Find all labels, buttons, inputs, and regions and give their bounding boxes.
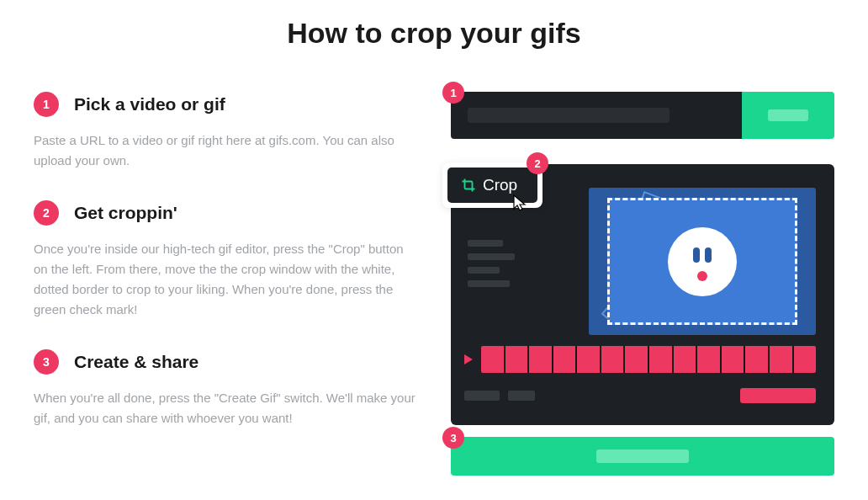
page-title: How to crop your gifs [34, 17, 834, 50]
step-description: When you're all done, press the "Create … [34, 388, 417, 428]
url-bar-illustration: 1 [451, 92, 834, 139]
url-input-mock [451, 92, 742, 139]
step-3: 3 Create & share When you're all done, p… [34, 349, 417, 428]
step-number-badge: 1 [34, 92, 59, 117]
crop-tooltip: 2 Crop [442, 162, 542, 208]
step-description: Once you're inside our high-tech gif edi… [34, 239, 417, 320]
sidebar-item-mock [468, 253, 515, 260]
face-eye [693, 247, 700, 263]
step-number-badge: 3 [34, 349, 59, 375]
step-description: Paste a URL to a video or gif right here… [34, 130, 417, 171]
share-button-label-mock [596, 449, 689, 463]
illustration-badge-3: 3 [442, 427, 464, 449]
editor-illustration: 2 Crop [451, 164, 834, 425]
content-row: 1 Pick a video or gif Paste a URL to a v… [34, 92, 834, 476]
step-title: Create & share [74, 352, 198, 372]
bottom-bar-action-mock [740, 388, 816, 403]
step-title: Pick a video or gif [74, 94, 225, 114]
face-eye [705, 247, 712, 263]
illustration-badge-2: 2 [527, 152, 548, 174]
step-header: 1 Pick a video or gif [34, 92, 417, 117]
step-2: 2 Get croppin' Once you're inside our hi… [34, 200, 417, 320]
cursor-icon [512, 194, 527, 212]
step-1: 1 Pick a video or gif Paste a URL to a v… [34, 92, 417, 171]
play-icon [464, 354, 473, 364]
timeline-mock [464, 346, 816, 373]
sidebar-item-mock [468, 280, 510, 287]
url-submit-label-mock [768, 109, 808, 121]
face-graphic [668, 227, 737, 296]
sidebar-item-mock [468, 240, 503, 247]
share-bar-illustration: 3 [451, 437, 834, 476]
editor-bottom-bar-mock [464, 383, 816, 408]
step-number-badge: 2 [34, 200, 59, 226]
step-title: Get croppin' [74, 203, 177, 223]
step-header: 2 Get croppin' [34, 200, 417, 226]
bottom-bar-block [464, 391, 500, 401]
illustration-badge-1: 1 [442, 82, 464, 104]
step-header: 3 Create & share [34, 349, 417, 375]
crop-label: Crop [483, 176, 517, 194]
editor-sidebar-mock [468, 240, 515, 287]
url-input-placeholder-mock [468, 108, 670, 123]
url-submit-mock [742, 92, 834, 139]
crop-selection-mock [607, 198, 797, 325]
sidebar-item-mock [468, 267, 500, 274]
steps-column: 1 Pick a video or gif Paste a URL to a v… [34, 92, 417, 476]
editor-canvas-mock [589, 188, 816, 335]
face-mouth [697, 271, 707, 281]
illustration-column: 1 2 Crop [451, 92, 834, 476]
crop-icon [461, 178, 476, 193]
bottom-bar-block [508, 391, 535, 401]
timeline-track [481, 346, 816, 373]
